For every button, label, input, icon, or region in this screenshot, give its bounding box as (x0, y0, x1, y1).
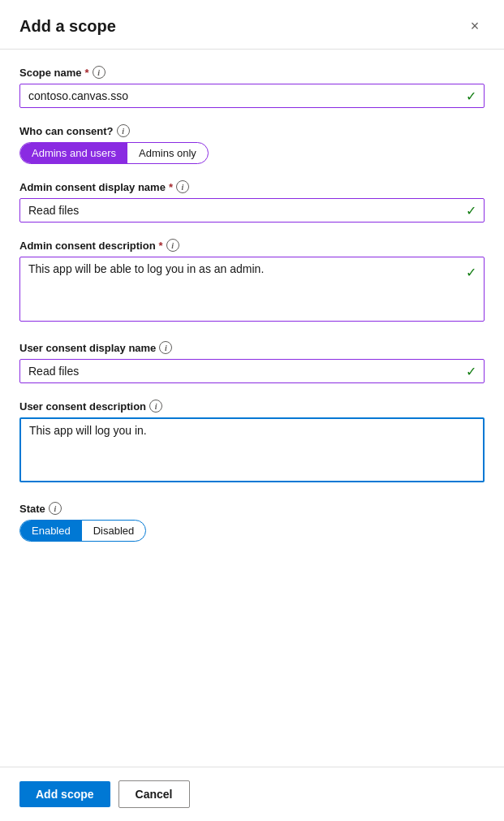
who-can-consent-info-icon[interactable]: i (117, 124, 130, 137)
dialog-footer: Add scope Cancel (0, 767, 504, 821)
scope-name-input[interactable] (19, 84, 485, 108)
admins-only-option[interactable]: Admins only (127, 143, 208, 163)
admin-consent-description-checkmark-icon: ✓ (466, 265, 476, 280)
enabled-option[interactable]: Enabled (20, 521, 82, 541)
scope-name-info-icon[interactable]: i (93, 66, 106, 79)
user-consent-display-name-input-wrapper: ✓ (19, 359, 485, 383)
admin-consent-display-name-label: Admin consent display name * i (19, 180, 485, 193)
required-star-2: * (169, 181, 173, 193)
state-toggle: Enabled Disabled (19, 520, 146, 542)
dialog-title: Add a scope (19, 17, 116, 36)
admin-consent-description-label: Admin consent description * i (19, 239, 485, 252)
admin-consent-display-name-checkmark-icon: ✓ (466, 203, 476, 218)
add-scope-button[interactable]: Add scope (19, 781, 110, 807)
admin-consent-display-name-input-wrapper: ✓ (19, 198, 485, 223)
scope-name-group: Scope name * i ✓ (19, 66, 485, 108)
user-consent-description-textarea-wrapper (19, 417, 485, 486)
who-can-consent-toggle: Admins and users Admins only (19, 142, 209, 164)
admins-and-users-option[interactable]: Admins and users (20, 143, 127, 163)
scope-name-label: Scope name * i (19, 66, 485, 79)
required-star: * (85, 67, 89, 79)
user-consent-display-name-checkmark-icon: ✓ (466, 364, 476, 379)
state-label: State i (19, 502, 485, 515)
scope-name-input-wrapper: ✓ (19, 84, 485, 108)
admin-consent-description-textarea[interactable] (19, 257, 485, 322)
user-consent-display-name-group: User consent display name i ✓ (19, 341, 485, 383)
disabled-option[interactable]: Disabled (82, 521, 146, 541)
user-consent-display-name-info-icon[interactable]: i (159, 341, 172, 354)
admin-consent-display-name-group: Admin consent display name * i ✓ (19, 180, 485, 223)
user-consent-display-name-label: User consent display name i (19, 341, 485, 354)
user-consent-display-name-input[interactable] (19, 359, 485, 383)
admin-consent-display-name-input[interactable] (19, 198, 485, 223)
cancel-button[interactable]: Cancel (118, 780, 190, 808)
state-info-icon[interactable]: i (49, 502, 62, 515)
user-consent-description-group: User consent description i (19, 400, 485, 486)
admin-consent-description-group: Admin consent description * i ✓ (19, 239, 485, 325)
scope-name-checkmark-icon: ✓ (466, 89, 476, 104)
user-consent-description-label: User consent description i (19, 400, 485, 413)
dialog-content: Scope name * i ✓ Who can consent? i Admi… (0, 50, 504, 767)
user-consent-description-info-icon[interactable]: i (149, 400, 162, 413)
admin-consent-description-info-icon[interactable]: i (166, 239, 179, 252)
who-can-consent-group: Who can consent? i Admins and users Admi… (19, 124, 485, 164)
close-button[interactable]: × (462, 13, 488, 39)
add-scope-dialog: Add a scope × Scope name * i ✓ Who can c… (0, 0, 504, 821)
admin-consent-display-name-info-icon[interactable]: i (176, 180, 189, 193)
dialog-header: Add a scope × (0, 0, 504, 50)
required-star-3: * (159, 240, 163, 252)
admin-consent-description-textarea-wrapper: ✓ (19, 257, 485, 325)
state-group: State i Enabled Disabled (19, 502, 485, 542)
user-consent-description-textarea[interactable] (19, 417, 485, 482)
who-can-consent-label: Who can consent? i (19, 124, 485, 137)
